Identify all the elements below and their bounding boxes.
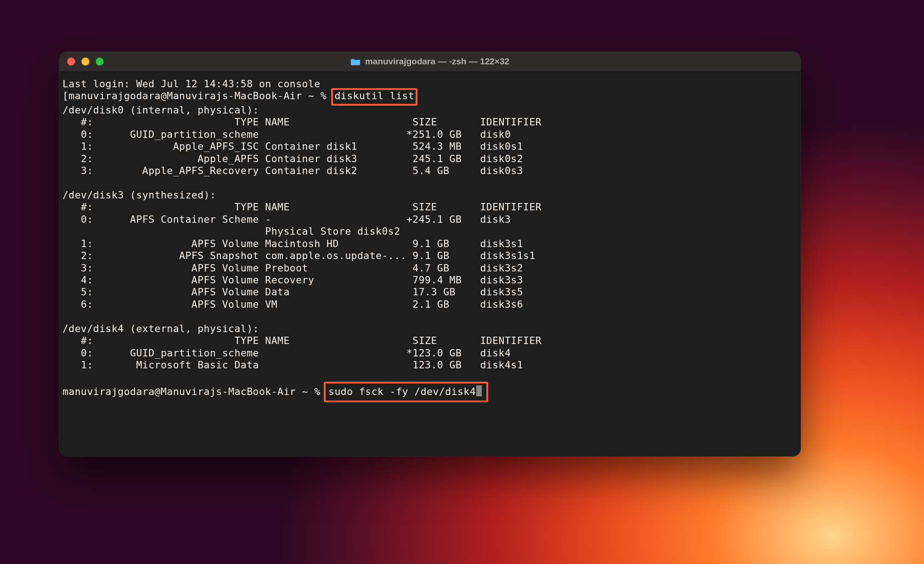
highlight-fsck: sudo fsck -fy /dev/disk4 bbox=[324, 382, 488, 402]
disk0-row: 0: GUID_partition_scheme *251.0 GB disk0 bbox=[62, 129, 511, 140]
disk3-header: /dev/disk3 (synthesized): bbox=[62, 189, 216, 201]
prompt-1-command: diskutil list bbox=[334, 90, 414, 102]
window-title-text: manuvirajgodara — -zsh — 122×32 bbox=[365, 56, 509, 67]
disk0-row: 1: Apple_APFS_ISC Container disk1 524.3 … bbox=[62, 141, 523, 152]
disk0-header: /dev/disk0 (internal, physical): bbox=[62, 104, 259, 116]
titlebar: manuvirajgodara — -zsh — 122×32 bbox=[59, 51, 801, 72]
disk4-row: 0: GUID_partition_scheme *123.0 GB disk4 bbox=[62, 347, 511, 359]
zoom-icon[interactable] bbox=[96, 57, 104, 66]
disk3-row: 6: APFS Volume VM 2.1 GB disk3s6 bbox=[62, 299, 523, 310]
disk3-row: 1: APFS Volume Macintosh HD 9.1 GB disk3… bbox=[62, 238, 523, 249]
disk3-row: Physical Store disk0s2 bbox=[62, 226, 400, 237]
disk3-row: 0: APFS Container Scheme - +245.1 GB dis… bbox=[62, 214, 511, 225]
disk0-row: 2: Apple_APFS Container disk3 245.1 GB d… bbox=[62, 153, 523, 164]
window-title: manuvirajgodara — -zsh — 122×32 bbox=[59, 56, 801, 67]
disk3-row: 4: APFS Volume Recovery 799.4 MB disk3s3 bbox=[62, 274, 523, 286]
column-header: #: TYPE NAME SIZE IDENTIFIER bbox=[62, 335, 541, 346]
window-controls bbox=[59, 57, 104, 66]
terminal-window: manuvirajgodara — -zsh — 122×32 Last log… bbox=[59, 51, 801, 457]
prompt-1-prefix: [manuvirajgodara@Manuvirajs-MacBook-Air … bbox=[62, 90, 332, 102]
prompt-2-command: sudo fsck -fy /dev/disk4 bbox=[328, 386, 476, 397]
disk3-row: 2: APFS Snapshot com.apple.os.update-...… bbox=[62, 250, 535, 261]
prompt-2-prefix: manuvirajgodara@Manuvirajs-MacBook-Air ~… bbox=[62, 386, 327, 397]
highlight-diskutil: diskutil list bbox=[331, 88, 417, 105]
disk3-row: 5: APFS Volume Data 17.3 GB disk3s5 bbox=[62, 286, 523, 298]
disk0-row: 3: Apple_APFS_Recovery Container disk2 5… bbox=[62, 165, 523, 176]
disk3-row: 3: APFS Volume Preboot 4.7 GB disk3s2 bbox=[62, 262, 523, 274]
last-login-line: Last login: Wed Jul 12 14:43:58 on conso… bbox=[62, 78, 321, 90]
terminal-viewport[interactable]: Last login: Wed Jul 12 14:43:58 on conso… bbox=[59, 72, 801, 457]
close-icon[interactable] bbox=[67, 57, 75, 66]
column-header: #: TYPE NAME SIZE IDENTIFIER bbox=[62, 116, 541, 128]
disk4-header: /dev/disk4 (external, physical): bbox=[62, 323, 259, 334]
minimize-icon[interactable] bbox=[81, 57, 90, 66]
column-header: #: TYPE NAME SIZE IDENTIFIER bbox=[62, 201, 541, 213]
disk4-row: 1: Microsoft Basic Data 123.0 GB disk4s1 bbox=[62, 359, 523, 371]
cursor-icon bbox=[476, 385, 482, 396]
folder-icon bbox=[350, 57, 361, 66]
